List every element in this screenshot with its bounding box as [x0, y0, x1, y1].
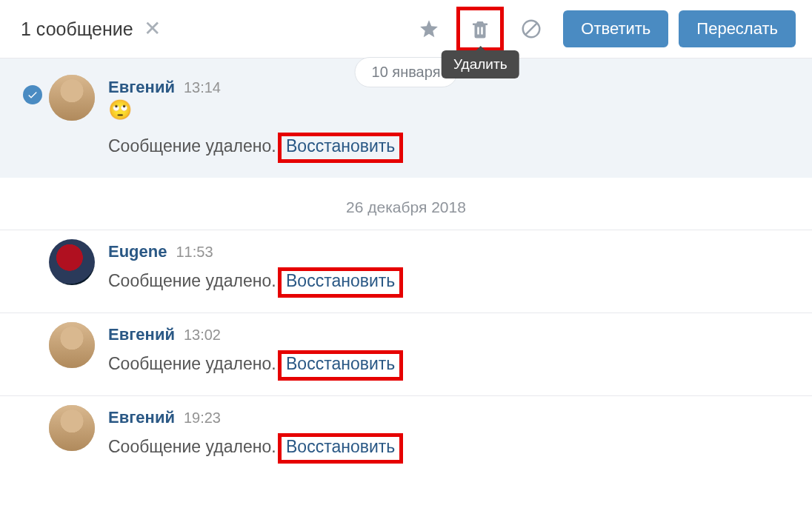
- deleted-text: Сообщение удалено.: [108, 437, 276, 456]
- message-row[interactable]: Eugene 11:53 Сообщение удалено. Восстано…: [0, 230, 812, 313]
- block-icon[interactable]: [516, 13, 547, 44]
- trash-icon[interactable]: [465, 13, 496, 44]
- message-time: 19:23: [184, 410, 221, 427]
- sender-name[interactable]: Eugene: [108, 242, 167, 261]
- deleted-text: Сообщение удалено.: [108, 354, 276, 373]
- delete-tooltip: Удалить: [442, 50, 519, 78]
- message-row[interactable]: Евгений 13:02 Сообщение удалено. Восстан…: [0, 313, 812, 395]
- check-icon[interactable]: [23, 85, 42, 104]
- message-time: 13:02: [184, 327, 221, 344]
- avatar[interactable]: [49, 239, 95, 285]
- message-emoji: 🙄: [108, 100, 796, 119]
- selection-toolbar: 1 сообщение ✕ Удалить Ответить Переслать: [0, 0, 812, 58]
- forward-button[interactable]: Переслать: [679, 10, 796, 47]
- restore-link[interactable]: Восстановить: [286, 136, 395, 156]
- avatar[interactable]: [49, 322, 95, 368]
- restore-highlight: Восстановить: [278, 433, 403, 464]
- selection-count: 1 сообщение: [21, 19, 133, 40]
- date-separator: 26 декабря 2018: [0, 178, 812, 230]
- restore-highlight: Восстановить: [278, 267, 403, 298]
- avatar[interactable]: [49, 75, 95, 121]
- restore-highlight: Восстановить: [278, 350, 403, 381]
- delete-button-highlight: Удалить: [456, 7, 504, 51]
- message-list: 10 января Евгений 13:14 🙄 Сообщение удал…: [0, 58, 812, 478]
- sender-name[interactable]: Евгений: [108, 78, 175, 97]
- message-time: 13:14: [184, 79, 221, 96]
- sender-name[interactable]: Евгений: [108, 325, 175, 344]
- star-icon[interactable]: [413, 13, 445, 44]
- restore-highlight: Восстановить: [278, 133, 403, 163]
- restore-link[interactable]: Восстановить: [286, 437, 395, 456]
- clear-selection-button[interactable]: ✕: [144, 19, 161, 39]
- message-row[interactable]: 10 января Евгений 13:14 🙄 Сообщение удал…: [0, 58, 812, 178]
- restore-link[interactable]: Восстановить: [286, 354, 395, 373]
- avatar[interactable]: [49, 405, 95, 451]
- reply-button[interactable]: Ответить: [563, 10, 668, 47]
- deleted-text: Сообщение удалено.: [108, 136, 276, 156]
- message-row[interactable]: Евгений 19:23 Сообщение удалено. Восстан…: [0, 395, 812, 478]
- deleted-text: Сообщение удалено.: [108, 271, 276, 290]
- sender-name[interactable]: Евгений: [108, 408, 175, 427]
- restore-link[interactable]: Восстановить: [286, 271, 395, 290]
- message-time: 11:53: [176, 244, 213, 261]
